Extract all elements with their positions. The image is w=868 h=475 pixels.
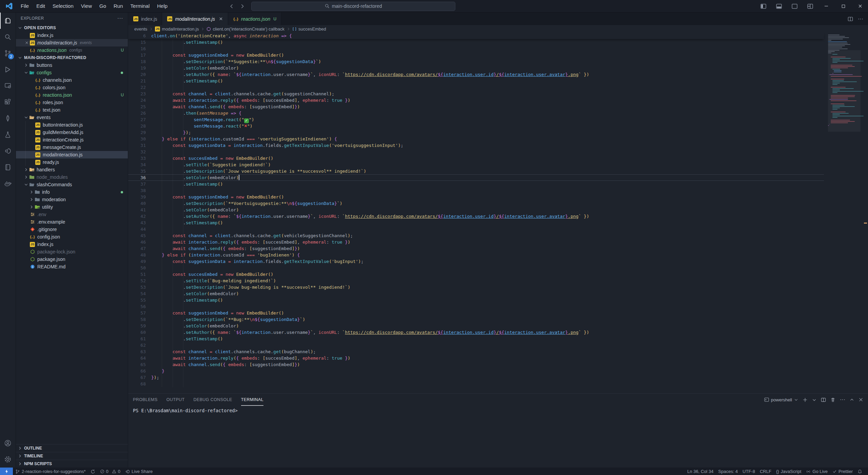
code-line-55[interactable]: 55 .setTimestamp() bbox=[128, 297, 824, 303]
activity-accounts-icon[interactable] bbox=[0, 435, 16, 451]
tree-item-reactions.json[interactable]: {..}reactions.jsonU bbox=[16, 91, 128, 99]
cursor-position-status[interactable]: Ln 36, Col 34 bbox=[685, 468, 716, 475]
code-line-29[interactable]: 29 }); bbox=[128, 129, 824, 136]
forward-arrow-icon[interactable] bbox=[239, 3, 245, 9]
code-line-50[interactable]: 50 bbox=[128, 265, 824, 271]
tab-reactions.json[interactable]: {..}reactions.jsonU bbox=[228, 13, 281, 25]
code-editor[interactable]: 6client.on('interactionCreate', async in… bbox=[128, 33, 868, 393]
code-line-38[interactable]: 38 bbox=[128, 187, 824, 194]
tree-item-moderation[interactable]: moderation bbox=[16, 196, 128, 203]
back-arrow-icon[interactable] bbox=[229, 3, 235, 9]
code-line-41[interactable]: 41 .setColor(embedColor) bbox=[128, 207, 824, 213]
terminal[interactable]: PS E:\Brasdam\main-discord-refactored> bbox=[128, 406, 868, 468]
tree-item-ready.js[interactable]: JSready.js bbox=[16, 158, 128, 166]
split-terminal-icon[interactable] bbox=[821, 397, 826, 402]
close-editor-icon[interactable] bbox=[24, 41, 29, 45]
new-terminal-icon[interactable] bbox=[803, 397, 808, 402]
tab-modalInteraction.js[interactable]: JSmodalInteraction.js bbox=[162, 13, 228, 25]
code-line-68[interactable]: 68 bbox=[128, 381, 824, 387]
code-line-33[interactable]: 33 const succesEmbed = new EmbedBuilder(… bbox=[128, 155, 824, 162]
panel-more-actions-icon[interactable]: ··· bbox=[840, 397, 845, 403]
eol-status[interactable]: CRLF bbox=[757, 468, 774, 475]
remote-indicator[interactable] bbox=[0, 468, 13, 475]
code-line-15[interactable]: 15 .setTimestamp() bbox=[128, 39, 824, 45]
code-line-40[interactable]: 40 .setDescription(`**Voertuigsuggestie:… bbox=[128, 200, 824, 207]
tree-item-modalInteraction.js[interactable]: JSmodalInteraction.js bbox=[16, 151, 128, 158]
tree-item-node_modules[interactable]: node_modules bbox=[16, 173, 128, 181]
tree-item-utility[interactable]: utility bbox=[16, 203, 128, 211]
code-line-59[interactable]: 59 .setColor(embedColor) bbox=[128, 323, 824, 329]
code-line-37[interactable]: 37 .setTimestamp() bbox=[128, 181, 824, 187]
tree-item-.env.example[interactable]: .env.example bbox=[16, 218, 128, 226]
activity-live-share-icon[interactable] bbox=[0, 143, 16, 159]
tree-item-colors.json[interactable]: {..}colors.json bbox=[16, 84, 128, 91]
activity-search-icon[interactable] bbox=[0, 29, 16, 45]
split-editor-icon[interactable] bbox=[848, 16, 853, 22]
code-line-45[interactable]: 45 const channel = client.channels.cache… bbox=[128, 232, 824, 239]
code-line-64[interactable]: 64 await interaction.reply({ embeds: [su… bbox=[128, 355, 824, 361]
breadcrumb-item[interactable]: events bbox=[134, 26, 147, 32]
code-line-24[interactable]: 24 await interaction.reply({ embeds: [su… bbox=[128, 97, 824, 103]
code-line-39[interactable]: 39 const suggestionEmbed = new EmbedBuil… bbox=[128, 194, 824, 200]
tree-item-channels.json[interactable]: {..}channels.json bbox=[16, 76, 128, 84]
tree-item-.gitignore[interactable]: .gitignore bbox=[16, 226, 128, 233]
code-line-56[interactable]: 56 bbox=[128, 303, 824, 310]
tree-item-configs[interactable]: configs bbox=[16, 69, 128, 76]
editor-more-actions-icon[interactable]: ··· bbox=[858, 16, 863, 22]
terminal-shell-picker[interactable]: powershell bbox=[764, 397, 798, 402]
tree-item-info[interactable]: info bbox=[16, 188, 128, 196]
maximize-button[interactable] bbox=[835, 0, 851, 12]
menu-terminal[interactable]: Terminal bbox=[127, 0, 154, 12]
code-line-6[interactable]: 6client.on('interactionCreate', async in… bbox=[128, 33, 824, 39]
breadcrumb-item[interactable]: JSmodalInteraction.js bbox=[155, 26, 199, 32]
code-line-58[interactable]: 58 .setDescription(`**Bug:**\n${suggesti… bbox=[128, 316, 824, 323]
open-editor-index.js[interactable]: JSindex.js bbox=[16, 32, 128, 39]
menu-help[interactable]: Help bbox=[153, 0, 171, 12]
section-timeline[interactable]: TIMELINE bbox=[16, 452, 128, 460]
tree-item-interactionCreate.js[interactable]: JSinteractionCreate.js bbox=[16, 136, 128, 144]
code-line-48[interactable]: 48 } else if (interaction.customId === '… bbox=[128, 252, 824, 258]
encoding-status[interactable]: UTF-8 bbox=[740, 468, 757, 475]
code-line-18[interactable]: 18 .setDescription(`**Suggestie:**\n${su… bbox=[128, 58, 824, 65]
code-line-27[interactable]: 27 sentMessage.react("✓") bbox=[128, 116, 824, 123]
tree-item-package.json[interactable]: package.json bbox=[16, 255, 128, 263]
activity-explorer-icon[interactable] bbox=[0, 13, 16, 29]
panel-tab-terminal[interactable]: TERMINAL bbox=[241, 394, 263, 406]
menu-run[interactable]: Run bbox=[110, 0, 127, 12]
code-line-21[interactable]: 21 .setTimestamp() bbox=[128, 78, 824, 84]
activity-testing-icon[interactable] bbox=[0, 127, 16, 143]
tree-item-buttons[interactable]: buttons bbox=[16, 61, 128, 69]
panel-tab-output[interactable]: OUTPUT bbox=[166, 394, 185, 406]
live-share-status[interactable]: Live Share bbox=[123, 468, 155, 475]
open-editor-reactions.json[interactable]: {..}reactions.jsonconfigsU bbox=[16, 46, 128, 54]
code-line-63[interactable]: 63 const channel = client.channels.cache… bbox=[128, 348, 824, 355]
sync-changes-button[interactable] bbox=[88, 468, 98, 475]
toggle-sidebar-icon[interactable] bbox=[756, 0, 770, 12]
code-line-23[interactable]: 23 const channel = client.channels.cache… bbox=[128, 91, 824, 97]
breadcrumb-item[interactable]: succesEmbed bbox=[292, 26, 326, 32]
tree-item-roles.json[interactable]: {..}roles.json bbox=[16, 99, 128, 106]
notifications-bell[interactable] bbox=[855, 468, 865, 475]
close-tab-icon[interactable] bbox=[219, 17, 223, 21]
code-line-60[interactable]: 60 .setAuthor({ name: `${interaction.use… bbox=[128, 329, 824, 336]
project-root-header[interactable]: MAIN-DISCORD-REFACTORED bbox=[16, 54, 128, 61]
menu-go[interactable]: Go bbox=[96, 0, 110, 12]
code-line-26[interactable]: 26 .then(sentMessage => { bbox=[128, 110, 824, 116]
git-branch-status[interactable]: 2-reaction-roles-for-suggestions* bbox=[13, 468, 88, 475]
code-line-19[interactable]: 19 .setColor(embedColor) bbox=[128, 65, 824, 71]
toggle-panel-icon[interactable] bbox=[772, 0, 786, 12]
code-line-67[interactable]: 67}); bbox=[128, 374, 824, 381]
activity-run-and-debug-icon[interactable] bbox=[0, 61, 16, 78]
launch-profile-chevron-icon[interactable] bbox=[812, 398, 816, 402]
menu-view[interactable]: View bbox=[77, 0, 96, 12]
problems-status[interactable]: 0 0 bbox=[98, 468, 123, 475]
code-line-42[interactable]: 42 .setAuthor({ name: `${interaction.use… bbox=[128, 213, 824, 220]
command-center-search[interactable]: main-discord-refactored bbox=[251, 2, 455, 11]
code-line-32[interactable]: 32 bbox=[128, 149, 824, 155]
code-line-61[interactable]: 61 .setTimestamp() bbox=[128, 336, 824, 342]
tree-item-handlers[interactable]: handlers bbox=[16, 166, 128, 173]
close-panel-icon[interactable] bbox=[859, 397, 863, 402]
code-line-17[interactable]: 17 const suggestionEmbed = new EmbedBuil… bbox=[128, 52, 824, 58]
code-line-31[interactable]: 31 const suggestionData = interaction.fi… bbox=[128, 142, 824, 149]
tree-item-text.json[interactable]: {..}text.json bbox=[16, 106, 128, 114]
